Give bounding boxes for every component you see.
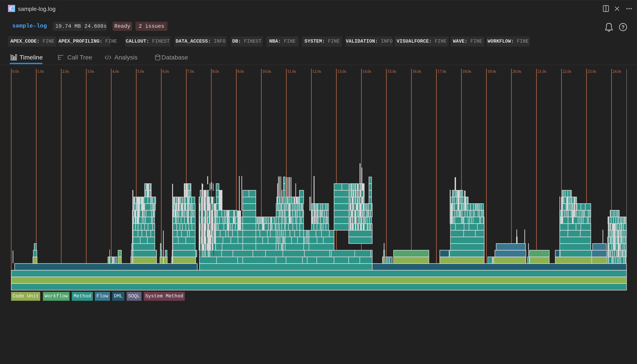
svg-text:?: ? <box>621 24 624 30</box>
